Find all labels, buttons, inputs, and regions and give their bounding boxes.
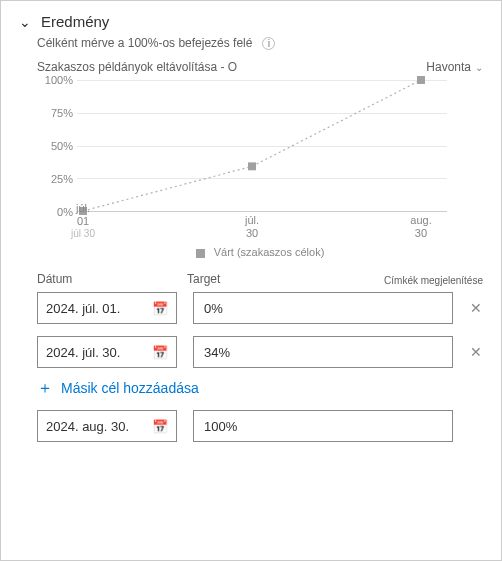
plus-icon: ＋ [37, 380, 53, 396]
date-input-0[interactable]: 2024. júl. 01. 📅 [37, 292, 177, 324]
add-goal-button[interactable]: ＋ Másik cél hozzáadása [37, 380, 483, 396]
section-header: ⌄ Eredmény [19, 13, 483, 30]
target-value-1: 34% [204, 345, 230, 360]
show-labels-link[interactable]: Címkék megjelenítése [384, 275, 483, 286]
target-input-0[interactable]: 0% [193, 292, 453, 324]
xtick-1-day: 30 [245, 227, 259, 240]
frequency-dropdown[interactable]: Havonta ⌄ [426, 60, 483, 74]
chevron-down-icon: ⌄ [475, 62, 483, 73]
target-value-0: 0% [204, 301, 223, 316]
svg-rect-2 [417, 76, 425, 84]
xtick-0-day: 01 [71, 215, 95, 228]
subtitle-row: Célként mérve a 100%-os befejezés felé i [37, 36, 483, 50]
column-headers: Dátum Target Címkék megjelenítése [37, 272, 483, 286]
goal-row-1: 2024. júl. 30. 📅 34% ✕ [37, 336, 483, 368]
final-target-input[interactable]: 100% [193, 410, 453, 442]
subtitle-text: Célként mérve a 100%-os befejezés felé [37, 36, 252, 50]
target-column-header: Target [187, 272, 384, 286]
series-label: Szakaszos példányok eltávolítása - O [37, 60, 237, 74]
final-date-input[interactable]: 2024. aug. 30. 📅 [37, 410, 177, 442]
final-goal-row: 2024. aug. 30. 📅 100% [37, 410, 483, 442]
collapse-icon[interactable]: ⌄ [19, 14, 31, 30]
calendar-icon[interactable]: 📅 [152, 345, 168, 360]
calendar-icon[interactable]: 📅 [152, 419, 168, 434]
svg-rect-1 [248, 162, 256, 170]
xtick-2-day: 30 [410, 227, 431, 240]
target-input-1[interactable]: 34% [193, 336, 453, 368]
final-target-value: 100% [204, 419, 237, 434]
section-title: Eredmény [41, 13, 109, 30]
chart-svg [77, 80, 447, 211]
legend-label: Várt (szakaszos célok) [214, 246, 325, 258]
chart-legend: Várt (szakaszos célok) [37, 246, 483, 258]
ytick-25: 25% [37, 173, 73, 185]
date-value-0: 2024. júl. 01. [46, 301, 120, 316]
add-goal-label: Másik cél hozzáadása [61, 380, 199, 396]
xtick-1-month: júl. [245, 214, 259, 226]
xtick-2-month: aug. [410, 214, 431, 226]
ytick-50: 50% [37, 140, 73, 152]
chart-header: Szakaszos példányok eltávolítása - O Hav… [37, 60, 483, 74]
ytick-100: 100% [37, 74, 73, 86]
date-column-header: Dátum [37, 272, 187, 286]
line-chart: 100% 75% 50% 25% 0% júl. 01 júl 30 júl. … [37, 80, 457, 240]
calendar-icon[interactable]: 📅 [152, 301, 168, 316]
remove-goal-button-1[interactable]: ✕ [469, 344, 483, 360]
chart-container: 100% 75% 50% 25% 0% júl. 01 júl 30 júl. … [37, 80, 483, 258]
plot-area [77, 80, 447, 212]
goal-row-0: 2024. júl. 01. 📅 0% ✕ [37, 292, 483, 324]
frequency-value: Havonta [426, 60, 471, 74]
date-value-1: 2024. júl. 30. [46, 345, 120, 360]
info-icon[interactable]: i [262, 37, 275, 50]
date-input-1[interactable]: 2024. júl. 30. 📅 [37, 336, 177, 368]
final-date-value: 2024. aug. 30. [46, 419, 129, 434]
ytick-75: 75% [37, 107, 73, 119]
legend-marker-icon [196, 249, 205, 258]
ytick-0: 0% [37, 206, 73, 218]
xtick-0-month: júl. [76, 202, 90, 214]
remove-goal-button-0[interactable]: ✕ [469, 300, 483, 316]
xtick-0-note: júl 30 [71, 228, 95, 240]
